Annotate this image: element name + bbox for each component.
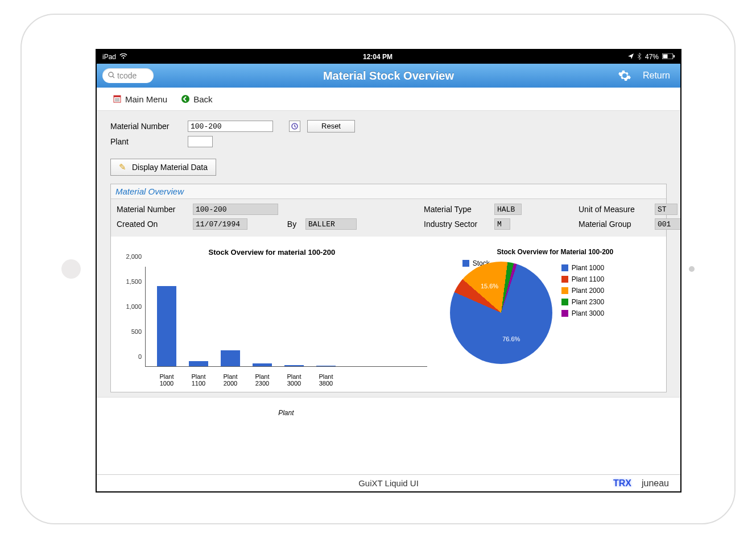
pie-legend-swatch (561, 299, 568, 305)
bar-ytick: 1,500 (126, 278, 142, 285)
material-overview-title: Material Overview (111, 184, 666, 199)
pie-slice-label: 15.6% (481, 283, 498, 289)
tcode-search-placeholder: tcode (117, 71, 137, 80)
pie-legend-label: Plant 1100 (572, 275, 604, 283)
ov-material-group-label: Material Group (579, 220, 652, 229)
material-overview-section: Material Overview Material Number 100-20… (110, 184, 667, 392)
bar (189, 361, 208, 366)
svg-rect-7 (114, 96, 121, 97)
pie-legend-label: Plant 2300 (572, 298, 604, 306)
pie-legend-item: Plant 3000 (561, 309, 604, 317)
footer: GuiXT Liquid UI TRX juneau (97, 474, 680, 491)
bar-ytick: 500 (131, 328, 142, 335)
ov-created-on-label: Created On (117, 220, 191, 229)
ov-material-group-value: 001 (655, 218, 681, 230)
nav-toolbar: Main Menu Back (97, 88, 680, 110)
svg-point-4 (109, 72, 113, 77)
reset-button[interactable]: Reset (307, 120, 355, 133)
pie-slice-label: 76.6% (502, 336, 520, 342)
svg-rect-2 (663, 55, 668, 59)
plant-input[interactable] (188, 136, 213, 147)
bar (253, 363, 272, 366)
bar-chart-xlabel: Plant (278, 409, 294, 417)
main-menu-label: Main Menu (125, 94, 167, 104)
pie-chart: Stock Overview for Material 100-200 76.6… (450, 248, 660, 386)
pie-legend-item: Plant 2000 (561, 287, 604, 295)
back-label: Back (193, 94, 212, 104)
svg-point-0 (123, 57, 124, 59)
pie-legend-item: Plant 1100 (561, 275, 604, 283)
bar (316, 366, 336, 366)
camera-dot (689, 266, 695, 272)
ov-by-label: By (280, 220, 303, 229)
back-icon (181, 94, 190, 104)
bar (284, 365, 304, 366)
home-button[interactable] (61, 259, 81, 279)
ov-material-number-label: Material Number (117, 205, 191, 214)
ipad-bezel: iPad 12:04 PM 47% (20, 14, 736, 524)
bar (157, 286, 176, 366)
svg-rect-3 (674, 55, 675, 57)
pie-legend-swatch (561, 264, 568, 271)
clock: 12:04 PM (363, 53, 393, 61)
pie-legend-swatch (561, 310, 568, 317)
svg-line-5 (113, 76, 114, 78)
pie-chart-graphic: 76.6%15.6% (450, 262, 552, 364)
ov-uom-value: ST (655, 204, 677, 215)
pie-legend-label: Plant 3000 (572, 309, 604, 317)
bar-ytick: 2,000 (126, 253, 142, 260)
bar-ytick: 0 (138, 353, 142, 360)
ov-created-on-value: 11/07/1994 (193, 218, 247, 230)
pencil-icon: ✎ (119, 162, 126, 172)
bar-xcategory: Plant2000 (216, 373, 245, 387)
location-icon (628, 53, 634, 61)
battery-icon (662, 53, 675, 61)
pie-legend-item: Plant 1000 (561, 264, 604, 272)
bar (221, 350, 240, 366)
screen: iPad 12:04 PM 47% (96, 49, 681, 493)
pie-legend-label: Plant 1000 (572, 264, 604, 272)
bar-xcategory: Plant2300 (247, 373, 277, 387)
ov-material-type-label: Material Type (424, 205, 492, 214)
material-number-label: Material Number (110, 122, 183, 131)
bar-chart: Stock Overview for material 100-200 0500… (117, 248, 427, 386)
svg-rect-8 (115, 98, 119, 99)
bar-xcategory: Plant1100 (184, 373, 213, 387)
bluetooth-icon (637, 53, 642, 61)
bar-ytick: 1,000 (126, 303, 142, 310)
plant-label: Plant (110, 137, 183, 146)
main-menu-button[interactable]: Main Menu (113, 94, 167, 104)
tcode-search[interactable]: tcode (102, 68, 154, 83)
page-title: Material Stock Overview (97, 69, 680, 82)
ov-uom-label: Unit of Measure (579, 205, 652, 214)
svg-rect-9 (115, 100, 119, 100)
app-header: tcode Material Stock Overview Return (97, 64, 680, 88)
bar-xcategory: Plant1000 (152, 373, 181, 387)
ov-material-number-value: 100-200 (193, 204, 278, 215)
ipad-frame: iPad 12:04 PM 47% (0, 0, 756, 538)
wifi-icon (119, 53, 127, 61)
search-icon (108, 72, 115, 80)
search-form-area: Material Number Reset Plant ✎ Display Ma… (97, 110, 680, 398)
material-number-input[interactable] (188, 121, 273, 132)
ios-status-bar: iPad 12:04 PM 47% (97, 50, 680, 64)
svg-rect-10 (115, 101, 119, 101)
bar-chart-title: Stock Overview for material 100-200 (117, 248, 427, 256)
ov-industry-sector-label: Industry Sector (424, 220, 492, 229)
ov-by-value: BALLER (305, 218, 357, 230)
execute-icon[interactable] (289, 121, 300, 132)
main-menu-icon (113, 94, 122, 104)
display-material-data-button[interactable]: ✎ Display Material Data (110, 159, 216, 176)
bar-legend-swatch (462, 260, 469, 267)
return-button[interactable]: Return (643, 71, 670, 81)
bar-xcategory: Plant3800 (311, 373, 341, 387)
pie-legend-swatch (561, 276, 568, 283)
gear-icon[interactable] (618, 69, 631, 82)
device-label: iPad (102, 53, 116, 61)
ov-industry-sector-value: M (494, 218, 510, 230)
pie-chart-legend: Plant 1000Plant 1100Plant 2000Plant 2300… (561, 264, 604, 317)
back-button[interactable]: Back (181, 94, 212, 104)
battery-percent: 47% (645, 53, 659, 61)
display-material-data-label: Display Material Data (132, 163, 208, 172)
footer-center-text: GuiXT Liquid UI (97, 478, 680, 488)
